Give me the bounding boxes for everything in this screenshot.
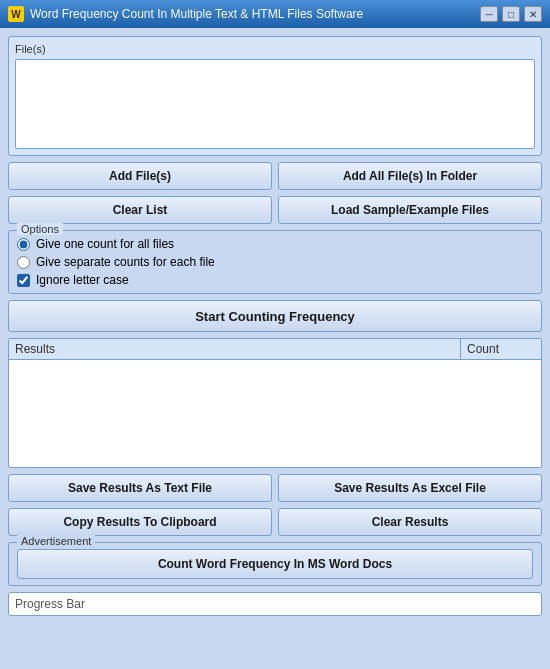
ignore-case-checkbox[interactable] [17, 274, 30, 287]
clear-results-button[interactable]: Clear Results [278, 508, 542, 536]
files-panel-label: File(s) [15, 43, 535, 55]
save-as-excel-button[interactable]: Save Results As Excel File [278, 474, 542, 502]
radio-separate-count[interactable] [17, 256, 30, 269]
checkbox-option-1: Ignore letter case [17, 273, 533, 287]
add-all-in-folder-button[interactable]: Add All File(s) In Folder [278, 162, 542, 190]
count-col-header: Count [461, 339, 541, 359]
radio-separate-count-label: Give separate counts for each file [36, 255, 215, 269]
save-as-text-button[interactable]: Save Results As Text File [8, 474, 272, 502]
radio-option-2: Give separate counts for each file [17, 255, 533, 269]
ad-word-docs-button[interactable]: Count Word Frequency In MS Word Docs [17, 549, 533, 579]
advertisement-legend: Advertisement [17, 535, 95, 547]
main-content: File(s) Add File(s) Add All File(s) In F… [0, 28, 550, 624]
results-table-header: Results Count [9, 339, 541, 360]
progress-bar: Progress Bar [8, 592, 542, 616]
title-bar-controls: ─ □ ✕ [480, 6, 542, 22]
title-bar-text: Word Frequency Count In Multiple Text & … [30, 7, 474, 21]
clear-list-button[interactable]: Clear List [8, 196, 272, 224]
results-table-body[interactable] [9, 360, 541, 464]
options-group: Options Give one count for all files Giv… [8, 230, 542, 294]
start-counting-button[interactable]: Start Counting Frequency [8, 300, 542, 332]
ignore-case-label: Ignore letter case [36, 273, 129, 287]
load-sample-files-button[interactable]: Load Sample/Example Files [278, 196, 542, 224]
save-copy-row-2: Copy Results To Clipboard Clear Results [8, 508, 542, 536]
results-table-container: Results Count [8, 338, 542, 468]
app-icon: W [8, 6, 24, 22]
files-panel: File(s) [8, 36, 542, 156]
restore-button[interactable]: □ [502, 6, 520, 22]
save-copy-row-1: Save Results As Text File Save Results A… [8, 474, 542, 502]
advertisement-group: Advertisement Count Word Frequency In MS… [8, 542, 542, 586]
close-button[interactable]: ✕ [524, 6, 542, 22]
file-list-box[interactable] [15, 59, 535, 149]
minimize-button[interactable]: ─ [480, 6, 498, 22]
options-legend: Options [17, 223, 63, 235]
radio-one-count-label: Give one count for all files [36, 237, 174, 251]
add-files-row: Add File(s) Add All File(s) In Folder [8, 162, 542, 190]
clear-load-row: Clear List Load Sample/Example Files [8, 196, 542, 224]
title-bar: W Word Frequency Count In Multiple Text … [0, 0, 550, 28]
add-files-button[interactable]: Add File(s) [8, 162, 272, 190]
radio-option-1: Give one count for all files [17, 237, 533, 251]
copy-to-clipboard-button[interactable]: Copy Results To Clipboard [8, 508, 272, 536]
radio-one-count[interactable] [17, 238, 30, 251]
progress-bar-label: Progress Bar [15, 597, 85, 611]
results-col-header: Results [9, 339, 461, 359]
